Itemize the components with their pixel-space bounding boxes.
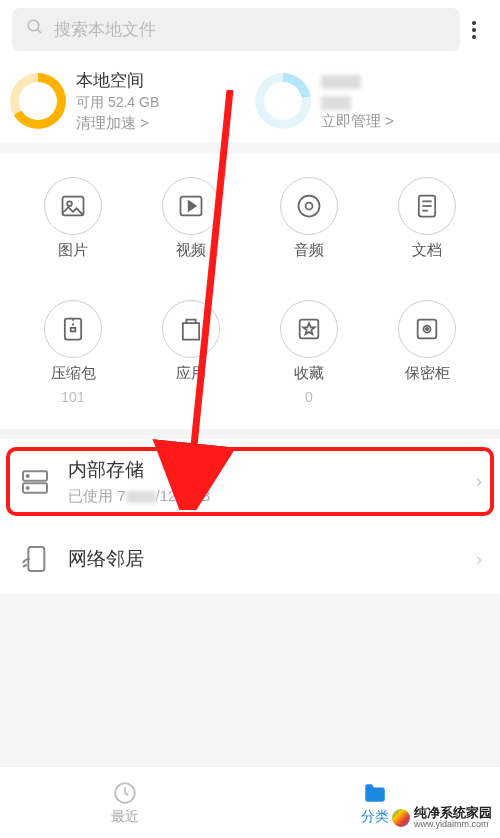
watermark-url: www.yidaimm.com <box>414 820 492 830</box>
category-label: 视频 <box>176 241 206 260</box>
cloud-storage-ring-icon <box>255 73 311 129</box>
tab-label: 分类 <box>361 808 389 826</box>
category-favorites[interactable]: 收藏 0 <box>250 300 368 405</box>
category-label: 文档 <box>412 241 442 260</box>
star-icon <box>280 300 338 358</box>
chevron-right-icon: › <box>476 549 482 570</box>
svg-point-0 <box>28 20 39 31</box>
category-audio[interactable]: 音频 <box>250 177 368 282</box>
audio-icon <box>280 177 338 235</box>
safe-icon <box>398 300 456 358</box>
category-apps[interactable]: 应用 <box>132 300 250 405</box>
svg-point-6 <box>299 196 320 217</box>
cloud-storage-title <box>321 71 394 91</box>
svg-marker-5 <box>189 201 196 210</box>
watermark-logo-icon <box>392 809 410 827</box>
category-label: 收藏 <box>294 364 324 383</box>
svg-point-19 <box>426 328 428 330</box>
image-icon <box>44 177 102 235</box>
video-icon <box>162 177 220 235</box>
archive-icon <box>44 300 102 358</box>
category-images[interactable]: 图片 <box>14 177 132 282</box>
category-label: 保密柜 <box>405 364 450 383</box>
category-vault[interactable]: 保密柜 <box>368 300 486 405</box>
watermark-text: 纯净系统家园 <box>414 806 492 820</box>
svg-line-1 <box>37 29 41 33</box>
internal-storage-item[interactable]: 内部存储 已使用 7/128 GB › <box>0 439 500 524</box>
clock-icon <box>112 780 138 806</box>
search-placeholder: 搜索本地文件 <box>54 18 156 41</box>
svg-point-23 <box>27 486 29 488</box>
storage-icon <box>18 465 52 499</box>
internal-storage-used: 已使用 7/128 GB <box>68 487 460 506</box>
internal-storage-title: 内部存储 <box>68 457 460 483</box>
svg-point-22 <box>27 474 29 476</box>
category-docs[interactable]: 文档 <box>368 177 486 282</box>
cloud-storage-card[interactable]: 立即管理 > <box>255 69 490 133</box>
category-archives[interactable]: 压缩包 101 <box>14 300 132 405</box>
network-neighborhood-item[interactable]: 网络邻居 › <box>0 524 500 594</box>
local-storage-ring-icon <box>10 73 66 129</box>
search-input[interactable]: 搜索本地文件 <box>12 8 460 51</box>
manage-cloud-link[interactable]: 立即管理 > <box>321 112 394 131</box>
watermark: 纯净系统家园 www.yidaimm.com <box>392 806 492 830</box>
more-options-button[interactable] <box>460 21 488 39</box>
svg-point-7 <box>306 203 313 210</box>
clean-up-link[interactable]: 清理加速 > <box>76 114 159 133</box>
local-storage-available: 可用 52.4 GB <box>76 94 159 112</box>
category-grid: 图片 视频 音频 文档 压缩包 101 应用 <box>0 153 500 429</box>
category-label: 图片 <box>58 241 88 260</box>
svg-rect-24 <box>28 547 44 571</box>
category-label: 音频 <box>294 241 324 260</box>
search-icon <box>26 18 44 41</box>
network-title: 网络邻居 <box>68 546 460 572</box>
category-label: 压缩包 <box>51 364 96 383</box>
category-videos[interactable]: 视频 <box>132 177 250 282</box>
apps-icon <box>162 300 220 358</box>
chevron-right-icon: › <box>476 471 482 492</box>
cloud-storage-sub <box>321 93 394 109</box>
tab-recent[interactable]: 最近 <box>0 780 250 826</box>
category-count: 0 <box>305 389 313 405</box>
document-icon <box>398 177 456 235</box>
svg-rect-14 <box>71 328 76 332</box>
network-icon <box>18 542 52 576</box>
local-storage-title: 本地空间 <box>76 69 159 92</box>
tab-label: 最近 <box>111 808 139 826</box>
category-count: 101 <box>61 389 84 405</box>
local-storage-card[interactable]: 本地空间 可用 52.4 GB 清理加速 > <box>10 69 245 133</box>
svg-marker-16 <box>303 323 315 334</box>
svg-rect-12 <box>65 319 81 340</box>
svg-point-3 <box>67 201 72 206</box>
folder-icon <box>362 780 388 806</box>
category-label: 应用 <box>176 364 206 383</box>
